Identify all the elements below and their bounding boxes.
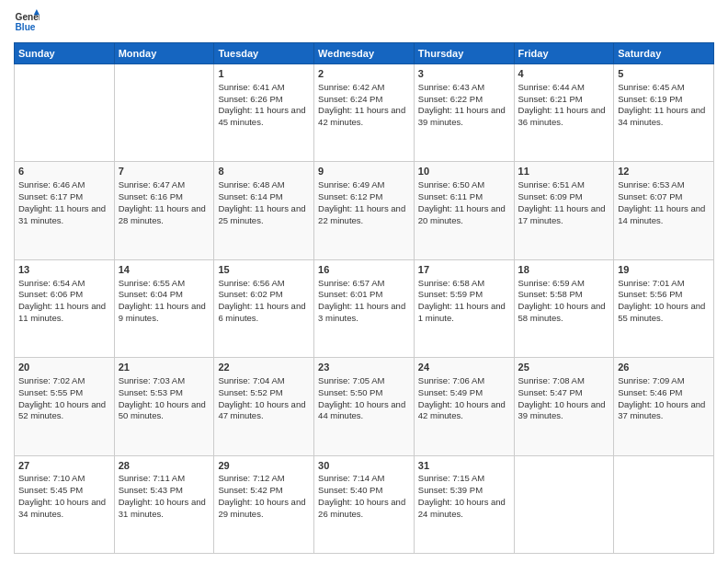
weekday-header: Saturday bbox=[614, 43, 714, 64]
cell-info: Sunrise: 6:43 AM bbox=[418, 82, 484, 92]
day-number: 18 bbox=[518, 263, 610, 277]
cell-content: 29Sunrise: 7:12 AMSunset: 5:42 PMDayligh… bbox=[218, 459, 310, 521]
calendar-week-row: 20Sunrise: 7:02 AMSunset: 5:55 PMDayligh… bbox=[15, 358, 714, 455]
cell-info: Sunrise: 7:01 AM bbox=[618, 278, 684, 288]
cell-info: Sunset: 6:09 PM bbox=[518, 191, 583, 201]
cell-info: Sunset: 6:04 PM bbox=[119, 289, 183, 299]
calendar-cell: 23Sunrise: 7:05 AMSunset: 5:50 PMDayligh… bbox=[314, 358, 415, 455]
cell-info: Daylight: 10 hours and 50 minutes. bbox=[119, 399, 206, 421]
day-number: 8 bbox=[218, 165, 310, 178]
day-number: 9 bbox=[318, 165, 410, 178]
calendar-cell: 19Sunrise: 7:01 AMSunset: 5:56 PMDayligh… bbox=[614, 259, 714, 357]
cell-info: Sunrise: 7:14 AM bbox=[318, 473, 384, 483]
cell-info: Sunset: 5:49 PM bbox=[418, 387, 483, 397]
calendar-cell: 27Sunrise: 7:10 AMSunset: 5:45 PMDayligh… bbox=[15, 455, 115, 553]
cell-content: 26Sunrise: 7:09 AMSunset: 5:46 PMDayligh… bbox=[618, 361, 710, 422]
cell-info: Sunrise: 6:56 AM bbox=[218, 278, 284, 288]
cell-content: 21Sunrise: 7:03 AMSunset: 5:53 PMDayligh… bbox=[119, 361, 210, 422]
cell-content: 9Sunrise: 6:49 AMSunset: 6:12 PMDaylight… bbox=[318, 165, 410, 226]
day-number: 7 bbox=[119, 165, 210, 178]
day-number: 28 bbox=[119, 459, 210, 473]
cell-content: 25Sunrise: 7:08 AMSunset: 5:47 PMDayligh… bbox=[518, 361, 610, 422]
day-number: 12 bbox=[618, 165, 710, 178]
day-number: 22 bbox=[218, 361, 310, 374]
calendar-cell: 26Sunrise: 7:09 AMSunset: 5:46 PMDayligh… bbox=[614, 358, 714, 455]
cell-content: 18Sunrise: 6:59 AMSunset: 5:58 PMDayligh… bbox=[518, 263, 610, 325]
calendar-cell: 30Sunrise: 7:14 AMSunset: 5:40 PMDayligh… bbox=[314, 455, 415, 553]
cell-info: Sunrise: 6:58 AM bbox=[418, 278, 484, 288]
calendar-cell: 11Sunrise: 6:51 AMSunset: 6:09 PMDayligh… bbox=[514, 162, 614, 259]
cell-info: Daylight: 10 hours and 29 minutes. bbox=[218, 497, 305, 519]
cell-info: Sunrise: 6:50 AM bbox=[418, 179, 484, 190]
cell-info: Sunrise: 7:10 AM bbox=[18, 473, 85, 483]
cell-content: 17Sunrise: 6:58 AMSunset: 5:59 PMDayligh… bbox=[418, 263, 510, 325]
cell-info: Sunset: 6:01 PM bbox=[318, 289, 382, 299]
cell-info: Daylight: 11 hours and 17 minutes. bbox=[518, 203, 606, 225]
calendar-cell: 8Sunrise: 6:48 AMSunset: 6:14 PMDaylight… bbox=[214, 162, 314, 259]
day-number: 27 bbox=[18, 459, 110, 473]
day-number: 25 bbox=[518, 361, 610, 374]
cell-info: Daylight: 10 hours and 26 minutes. bbox=[318, 497, 405, 519]
calendar-cell: 10Sunrise: 6:50 AMSunset: 6:11 PMDayligh… bbox=[414, 162, 514, 259]
cell-content: 3Sunrise: 6:43 AMSunset: 6:22 PMDaylight… bbox=[418, 67, 510, 129]
cell-info: Sunset: 6:19 PM bbox=[618, 94, 682, 104]
cell-info: Daylight: 10 hours and 37 minutes. bbox=[618, 399, 705, 421]
cell-content: 24Sunrise: 7:06 AMSunset: 5:49 PMDayligh… bbox=[418, 361, 510, 422]
cell-info: Sunset: 5:55 PM bbox=[18, 387, 83, 397]
cell-info: Sunrise: 6:42 AM bbox=[318, 82, 384, 92]
cell-content: 12Sunrise: 6:53 AMSunset: 6:07 PMDayligh… bbox=[618, 165, 710, 226]
cell-info: Sunrise: 6:51 AM bbox=[518, 179, 585, 190]
calendar-cell: 13Sunrise: 6:54 AMSunset: 6:06 PMDayligh… bbox=[15, 259, 115, 357]
cell-info: Daylight: 11 hours and 25 minutes. bbox=[218, 203, 305, 225]
cell-info: Sunset: 5:52 PM bbox=[218, 387, 282, 397]
cell-content: 23Sunrise: 7:05 AMSunset: 5:50 PMDayligh… bbox=[318, 361, 410, 422]
cell-info: Sunset: 5:50 PM bbox=[318, 387, 382, 397]
logo-icon: General Blue bbox=[14, 9, 40, 35]
calendar-cell: 6Sunrise: 6:46 AMSunset: 6:17 PMDaylight… bbox=[15, 162, 115, 259]
cell-info: Daylight: 10 hours and 44 minutes. bbox=[318, 399, 405, 421]
svg-text:Blue: Blue bbox=[16, 22, 36, 32]
cell-content: 11Sunrise: 6:51 AMSunset: 6:09 PMDayligh… bbox=[518, 165, 610, 226]
cell-info: Daylight: 11 hours and 6 minutes. bbox=[218, 301, 305, 323]
cell-info: Sunrise: 7:03 AM bbox=[119, 375, 185, 385]
cell-info: Daylight: 11 hours and 14 minutes. bbox=[618, 203, 705, 225]
cell-content: 10Sunrise: 6:50 AMSunset: 6:11 PMDayligh… bbox=[418, 165, 510, 226]
logo: General Blue bbox=[14, 9, 40, 35]
cell-content: 15Sunrise: 6:56 AMSunset: 6:02 PMDayligh… bbox=[218, 263, 310, 325]
day-number: 10 bbox=[418, 165, 510, 178]
cell-info: Daylight: 10 hours and 39 minutes. bbox=[518, 399, 606, 421]
day-number: 6 bbox=[18, 165, 110, 178]
cell-info: Sunrise: 6:54 AM bbox=[18, 278, 85, 288]
cell-content: 31Sunrise: 7:15 AMSunset: 5:39 PMDayligh… bbox=[418, 459, 510, 521]
cell-info: Sunrise: 6:59 AM bbox=[518, 278, 585, 288]
weekday-header: Thursday bbox=[414, 43, 514, 64]
day-number: 5 bbox=[618, 67, 710, 81]
calendar-cell: 9Sunrise: 6:49 AMSunset: 6:12 PMDaylight… bbox=[314, 162, 415, 259]
cell-info: Sunrise: 7:04 AM bbox=[218, 375, 284, 385]
cell-info: Sunset: 6:12 PM bbox=[318, 191, 382, 201]
cell-info: Sunset: 5:43 PM bbox=[119, 485, 183, 495]
cell-info: Sunrise: 7:12 AM bbox=[218, 473, 284, 483]
cell-info: Sunset: 5:56 PM bbox=[618, 289, 682, 299]
day-number: 26 bbox=[618, 361, 710, 374]
cell-info: Daylight: 11 hours and 22 minutes. bbox=[318, 203, 405, 225]
cell-info: Sunset: 6:22 PM bbox=[418, 94, 483, 104]
cell-info: Sunrise: 7:11 AM bbox=[119, 473, 185, 483]
cell-info: Sunset: 6:02 PM bbox=[218, 289, 282, 299]
cell-info: Sunset: 5:39 PM bbox=[418, 485, 483, 495]
cell-info: Sunset: 6:14 PM bbox=[218, 191, 282, 201]
cell-content: 7Sunrise: 6:47 AMSunset: 6:16 PMDaylight… bbox=[119, 165, 210, 226]
weekday-header: Friday bbox=[514, 43, 614, 64]
calendar-cell: 1Sunrise: 6:41 AMSunset: 6:26 PMDaylight… bbox=[214, 64, 314, 162]
cell-info: Daylight: 11 hours and 42 minutes. bbox=[318, 105, 405, 127]
calendar-cell bbox=[614, 455, 714, 553]
cell-info: Daylight: 11 hours and 36 minutes. bbox=[518, 105, 606, 127]
cell-info: Daylight: 10 hours and 34 minutes. bbox=[18, 497, 106, 519]
cell-info: Daylight: 10 hours and 58 minutes. bbox=[518, 301, 606, 323]
cell-content: 20Sunrise: 7:02 AMSunset: 5:55 PMDayligh… bbox=[18, 361, 110, 422]
cell-info: Sunset: 6:11 PM bbox=[418, 191, 483, 201]
cell-content: 16Sunrise: 6:57 AMSunset: 6:01 PMDayligh… bbox=[318, 263, 410, 325]
calendar-cell: 17Sunrise: 6:58 AMSunset: 5:59 PMDayligh… bbox=[414, 259, 514, 357]
calendar-cell: 5Sunrise: 6:45 AMSunset: 6:19 PMDaylight… bbox=[614, 64, 714, 162]
calendar-cell: 3Sunrise: 6:43 AMSunset: 6:22 PMDaylight… bbox=[414, 64, 514, 162]
